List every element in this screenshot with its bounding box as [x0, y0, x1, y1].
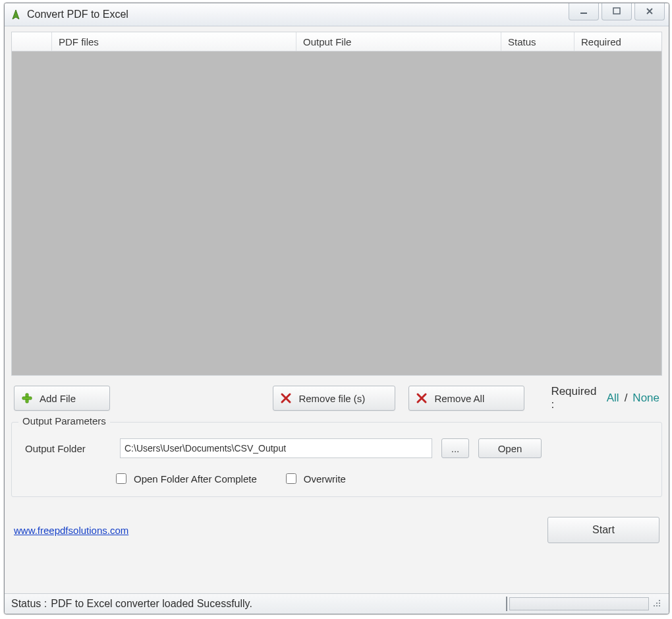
file-table[interactable]: PDF files Output File Status Required	[11, 32, 662, 376]
maximize-icon	[612, 7, 621, 16]
overwrite-input[interactable]	[286, 473, 296, 484]
minimize-icon	[579, 7, 588, 16]
window-title: Convert PDF to Excel	[27, 9, 128, 20]
required-group: Required : All / None	[551, 385, 659, 411]
svg-rect-3	[22, 397, 32, 399]
column-select[interactable]	[12, 32, 52, 51]
output-parameters-group: Output Parameters Output Folder ... Open…	[11, 422, 662, 497]
open-after-complete-checkbox[interactable]: Open Folder After Complete	[113, 471, 257, 486]
remove-files-button[interactable]: Remove file (s)	[273, 386, 395, 411]
column-status[interactable]: Status	[501, 32, 574, 51]
column-output-file[interactable]: Output File	[296, 32, 501, 51]
window-controls	[569, 3, 669, 26]
required-none-link[interactable]: None	[632, 392, 659, 405]
open-after-complete-label: Open Folder After Complete	[134, 473, 257, 485]
start-button[interactable]: Start	[547, 517, 659, 543]
titlebar: Convert PDF to Excel	[5, 3, 669, 26]
column-required[interactable]: Required	[574, 32, 647, 51]
app-icon	[10, 9, 22, 20]
resize-grip-icon[interactable]	[653, 599, 662, 608]
bottom-row: www.freepdfsolutions.com Start	[11, 517, 662, 551]
progress-bar	[509, 597, 649, 610]
open-folder-button[interactable]: Open	[478, 438, 542, 458]
column-pdf-files[interactable]: PDF files	[52, 32, 296, 51]
output-folder-label: Output Folder	[21, 443, 111, 454]
output-options-row: Open Folder After Complete Overwrite	[21, 471, 652, 486]
x-icon	[416, 392, 428, 404]
minimize-button[interactable]	[569, 3, 599, 20]
remove-files-label: Remove file (s)	[298, 393, 365, 404]
required-label: Required :	[551, 385, 601, 411]
svg-rect-1	[613, 8, 620, 14]
close-icon	[645, 7, 654, 16]
status-prefix: Status :	[11, 598, 47, 610]
x-icon	[280, 392, 292, 404]
remove-all-label: Remove All	[434, 393, 484, 404]
svg-rect-0	[580, 13, 587, 14]
action-row: Add File Remove file (s) Remove All Requ…	[11, 385, 662, 411]
file-table-header: PDF files Output File Status Required	[12, 32, 661, 51]
output-parameters-title: Output Parameters	[18, 415, 110, 427]
overwrite-checkbox[interactable]: Overwrite	[283, 471, 346, 486]
client-area: PDF files Output File Status Required Ad…	[5, 26, 669, 593]
status-bar: Status : PDF to Excel converter loaded S…	[5, 593, 669, 614]
output-folder-input[interactable]	[120, 438, 432, 458]
overwrite-label: Overwrite	[304, 473, 346, 485]
add-file-button[interactable]: Add File	[14, 386, 110, 411]
plus-icon	[21, 392, 33, 404]
status-message: PDF to Excel converter loaded Sucessfull…	[51, 598, 252, 610]
open-after-complete-input[interactable]	[116, 473, 126, 484]
close-button[interactable]	[634, 3, 665, 20]
browse-button[interactable]: ...	[441, 438, 469, 458]
file-table-body[interactable]	[12, 51, 661, 374]
output-folder-row: Output Folder ... Open	[21, 438, 652, 458]
website-link[interactable]: www.freepdfsolutions.com	[14, 525, 128, 536]
maximize-button[interactable]	[602, 3, 632, 20]
add-file-label: Add File	[40, 393, 76, 404]
required-all-link[interactable]: All	[607, 392, 619, 405]
required-separator: /	[625, 392, 628, 405]
remove-all-button[interactable]: Remove All	[408, 386, 524, 411]
app-window: Convert PDF to Excel PDF files Output Fi…	[4, 3, 669, 614]
